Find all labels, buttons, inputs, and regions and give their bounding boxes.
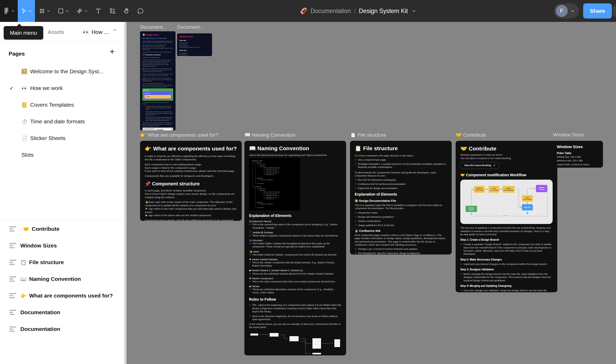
chevron-down-icon <box>571 10 574 12</box>
frame-label-file[interactable]: 📋 File structure <box>350 132 386 138</box>
layer-item-file-structure[interactable]: 📋 File structure <box>0 254 124 271</box>
thumb-title: Window Sizes <box>179 35 210 38</box>
base-box-label: 🔒 Base <box>144 95 171 99</box>
layer-emoji: 📋 <box>20 259 27 265</box>
card-title: 📋 File structure <box>355 145 447 152</box>
scheme-box <box>311 352 322 355</box>
entry-desc: This hidden folder contains the foundati… <box>249 242 341 248</box>
card-title: Window Sizes <box>557 144 599 149</box>
paragraph: Here's the hierarchical structure for or… <box>249 154 341 157</box>
thumb-paragraph: These three sections collectively contri… <box>142 122 173 127</box>
scheme-box <box>311 337 322 350</box>
step-heading: Step 4: Merging and Updating Changelog <box>460 284 553 288</box>
layer-item-what-components[interactable]: 👉 What are components used for? <box>0 287 124 304</box>
window-sizes-card[interactable]: Window Sizes Poker Table Default size: 7… <box>553 141 603 168</box>
main-menu-button[interactable] <box>0 0 18 22</box>
resources-tool-button[interactable] <box>105 0 119 22</box>
sidebar-scrollbar[interactable] <box>124 22 126 364</box>
frame-tool-button[interactable] <box>35 0 54 22</box>
page-item-how-we-work[interactable]: ✓ 👀 How we work <box>0 80 124 96</box>
comment-tool-button[interactable] <box>134 0 148 22</box>
page-item-sticker-sheets[interactable]: 📄 Sticker Sheets <box>0 130 124 147</box>
thumb-subtitle: Our different type of Component <box>142 37 173 39</box>
button-label: View the Asana Backlog <box>464 164 491 167</box>
naming-convention-card[interactable]: 📖 Naming Convention Here's the hierarchi… <box>244 141 346 355</box>
file-menu-chevron-icon[interactable] <box>412 10 416 12</box>
layer-label: Documentation <box>20 326 60 332</box>
section-icon <box>9 243 16 249</box>
left-sidebar: Assets 👀 How ... Pages + 🖼️ Welcome to t… <box>0 22 126 364</box>
layer-item-documentation-1[interactable]: Documentation <box>0 304 124 321</box>
breadcrumb-file-name[interactable]: Design System Kit <box>359 8 408 15</box>
entry-desc: This folder holds the 'Master' component… <box>249 253 341 256</box>
layer-label: Window Sizes <box>20 242 57 249</box>
step-desc: Create a separate "Design Branch" relate… <box>460 243 553 256</box>
scheme-connectors <box>249 331 341 355</box>
main-menu-tooltip: Main menu <box>4 26 43 40</box>
frame-label-what[interactable]: 👉 What are components used for? <box>140 132 218 138</box>
breadcrumb-separator: / <box>354 7 356 15</box>
layer-label: Documentation <box>20 309 60 316</box>
bullet: Change Log: A record of version historie… <box>355 247 447 251</box>
project-icon: 🏈 <box>300 8 307 15</box>
section-heading: 🤝 Component modification Workflow <box>460 173 553 177</box>
step-desc: Implement any desired changes to the com… <box>460 263 553 266</box>
tab-assets[interactable]: Assets <box>48 22 64 42</box>
entry-title: ❖ Master Component <box>249 277 341 280</box>
tab-current-page[interactable]: 👀 How ... <box>83 22 109 42</box>
pen-icon <box>76 8 83 14</box>
chevron-up-icon[interactable] <box>113 29 117 31</box>
thumb-paragraph: Each component has it's own distinguishe… <box>142 44 173 51</box>
share-button[interactable]: Share <box>583 3 612 19</box>
page-item-welcome[interactable]: 🖼️ Welcome to the Design Syst... <box>0 63 124 80</box>
frame-label-window-sizes[interactable]: Window Sizes <box>553 132 584 138</box>
account-menu[interactable]: F <box>554 3 579 19</box>
layer-item-documentation-2[interactable]: Documentation <box>0 321 124 337</box>
figma-app: 🏈 Documentation / Design System Kit F Sh… <box>0 0 616 364</box>
what-components-card[interactable]: 👉 What are components used for? In order… <box>140 141 242 221</box>
chevron-down-icon <box>11 10 15 12</box>
frame-label-naming[interactable]: 📖 Naming Convention <box>244 132 295 138</box>
bullet: Template Examples: A curated selection o… <box>355 162 447 169</box>
file-structure-card[interactable]: 📋 File structure For every component, th… <box>350 141 452 254</box>
text-tool-button[interactable] <box>91 0 105 22</box>
window-sizes-thumb-frame[interactable]: Window Sizes Main Lobby Default 1280 x 8… <box>177 33 212 56</box>
bullet: Design and behaviour guidelines <box>355 215 447 219</box>
frame-label-contribute[interactable]: 🤝 Contribute <box>456 132 486 138</box>
step-desc: Before merging the Design Branch into th… <box>460 272 553 282</box>
section-icon <box>9 310 16 316</box>
layers-list: 🤝 Contribute Window Sizes 📋 File structu… <box>0 221 124 337</box>
page-item-covers-templates[interactable]: 📒 Covers Templates <box>0 96 124 113</box>
page-item-time-date[interactable]: ⏱️ Time and date formats <box>0 113 124 130</box>
page-label: Covers Templates <box>30 102 74 108</box>
hand-tool-button[interactable] <box>119 0 134 22</box>
add-page-button[interactable]: + <box>110 47 115 56</box>
node-push-change-1: Push the change <box>488 186 499 193</box>
spec-line: Minimum size: 475 x 356 <box>557 159 599 162</box>
frame-label-document-2[interactable]: Document... <box>177 24 204 30</box>
asana-backlog-button[interactable]: View the Asana Backlog ↗ <box>460 162 499 169</box>
bullet: Rive link for interactive prototyping <box>355 178 447 181</box>
thumb-paragraph: Illustration of Context Component Struct… <box>142 83 173 88</box>
layer-item-naming-convention[interactable]: 📖 Naming Convention <box>0 271 124 287</box>
contribute-card[interactable]: 🤝 Contribute Missing component or notice… <box>456 141 557 292</box>
design-tips-frame[interactable]: 📙 Design Tips 1 Our different type of Co… <box>140 31 176 130</box>
layer-item-window-sizes[interactable]: Window Sizes <box>0 237 124 254</box>
breadcrumb-project[interactable]: Documentation <box>311 8 351 15</box>
thumb-bullet: Section DS: This section houses the Base… <box>142 106 173 110</box>
step-desc: Once the changes are validated, merge th… <box>460 289 553 292</box>
chevron-down-icon <box>29 10 32 12</box>
chevron-down-icon <box>84 10 88 12</box>
page-label: Slots <box>21 152 34 158</box>
group-lines: Default 1280 x 800 Max: Fullscreen Minim… <box>179 42 210 48</box>
entry-title: '🔒 Base' <box>249 250 341 253</box>
layer-item-contribute[interactable]: 🤝 Contribute <box>0 221 124 237</box>
page-item-slots[interactable]: Slots <box>0 147 124 163</box>
shape-tool-button[interactable] <box>54 0 73 22</box>
thumb-paragraph: In order to improve our efficiency regar… <box>142 40 173 44</box>
frame-label-document-1[interactable]: Document... <box>140 24 167 30</box>
pen-tool-button[interactable] <box>73 0 91 22</box>
external-link-arrow-icon: ↗ <box>493 164 495 167</box>
chevron-down-icon <box>66 10 69 12</box>
move-tool-button[interactable] <box>18 0 35 22</box>
